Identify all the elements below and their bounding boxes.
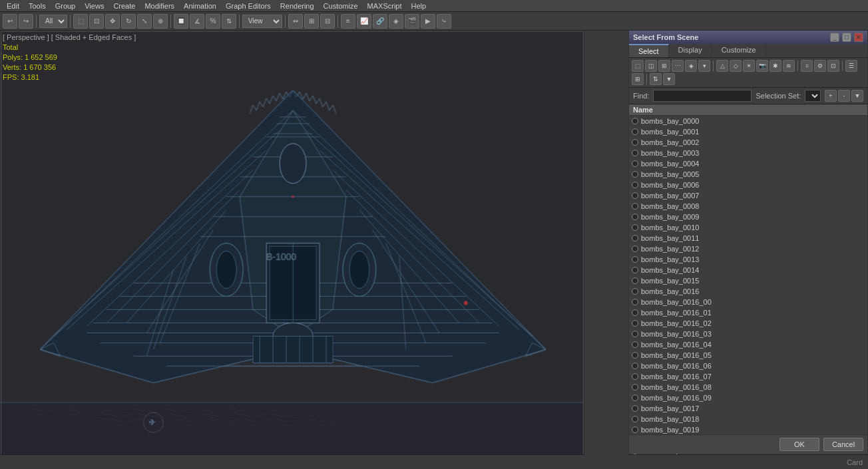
list-item[interactable]: bombs_bay_0011 [629, 233, 867, 243]
list-item[interactable]: bombs_bay_0007 [629, 190, 867, 201]
list-item[interactable]: bombs_bay_0013 [629, 254, 867, 265]
menu-tools[interactable]: Tools [25, 0, 50, 12]
panel-titlebar[interactable]: Select From Scene _ □ ✕ [629, 31, 867, 44]
panel-maximize-button[interactable]: □ [842, 33, 851, 42]
select-all-icon[interactable]: ⬚ [632, 60, 644, 72]
list-item[interactable]: bombs_bay_0016_09 [629, 392, 867, 403]
render-button[interactable]: ▶ [421, 14, 435, 29]
rotate-button[interactable]: ↻ [121, 14, 136, 29]
schematic-view[interactable]: 🔗 [373, 14, 387, 29]
list-item[interactable]: bombs_bay_0000 [629, 116, 867, 126]
list-item[interactable]: bombs_bay_0015 [629, 275, 867, 286]
render-setup[interactable]: 🎬 [405, 14, 419, 29]
group-filter-icon[interactable]: ⊡ [827, 60, 839, 72]
list-item[interactable]: bombs_bay_0016_03 [629, 329, 867, 339]
select-region-button[interactable]: ⊡ [89, 14, 104, 29]
spinner-snap[interactable]: ⇅ [222, 14, 236, 29]
panel-close-button[interactable]: ✕ [854, 33, 863, 42]
redo-button[interactable]: ↪ [19, 14, 33, 29]
menu-maxscript[interactable]: MAXScript [363, 0, 406, 12]
list-item[interactable]: bombs_bay_0016_02 [629, 318, 867, 329]
list-item[interactable]: bombs_bay_0014 [629, 265, 867, 275]
list-item[interactable]: bombs_bay_0016_05 [629, 350, 867, 361]
bone-filter-icon[interactable]: ⌗ [801, 60, 813, 72]
menu-rendering[interactable]: Rendering [276, 0, 318, 12]
reference-button[interactable]: ⊕ [153, 14, 168, 29]
list-item[interactable]: bombs_bay_0016_07 [629, 371, 867, 382]
align-view-button[interactable]: ⊟ [320, 14, 335, 29]
select-object-button[interactable]: ⬚ [73, 14, 88, 29]
list-item[interactable]: bombs_bay_0016 [629, 286, 867, 297]
tab-customize[interactable]: Customize [712, 44, 766, 57]
select-influence-icon[interactable]: ◈ [685, 60, 697, 72]
ik-filter-icon[interactable]: ⚙ [814, 60, 826, 72]
percent-snap[interactable]: % [206, 14, 220, 29]
list-item[interactable]: bombs_bay_0004 [629, 158, 867, 169]
undo-button[interactable]: ↩ [3, 14, 17, 29]
camera-filter-icon[interactable]: 📷 [756, 60, 768, 72]
invert-selection-icon[interactable]: ⊞ [658, 60, 670, 72]
list-item[interactable]: bombs_bay_0010 [629, 222, 867, 233]
curve-editor[interactable]: 📈 [357, 14, 371, 29]
menu-graph-editors[interactable]: Graph Editors [222, 0, 275, 12]
scene-object-list[interactable]: bombs_bay_0000bombs_bay_0001bombs_bay_00… [629, 116, 867, 462]
list-item[interactable]: bombs_bay_0009 [629, 212, 867, 222]
list-item[interactable]: bombs_bay_0016_01 [629, 307, 867, 318]
list-item[interactable]: bombs_bay_0012 [629, 243, 867, 254]
select-subtree-icon[interactable]: ▾ [698, 60, 710, 72]
mirror-button[interactable]: ⇔ [288, 14, 303, 29]
menu-edit[interactable]: Edit [3, 0, 23, 12]
find-input[interactable] [653, 90, 752, 102]
menu-create[interactable]: Create [109, 0, 139, 12]
list-item[interactable]: bombs_bay_0002 [629, 137, 867, 148]
scale-button[interactable]: ⤡ [137, 14, 152, 29]
menu-animation[interactable]: Animation [180, 0, 220, 12]
sort-icon[interactable]: ⇅ [650, 73, 662, 85]
select-none-icon[interactable]: ◫ [645, 60, 657, 72]
menu-modifiers[interactable]: Modifiers [140, 0, 178, 12]
list-item[interactable]: bombs_bay_0016_04 [629, 339, 867, 350]
list-item[interactable]: bombs_bay_0005 [629, 169, 867, 180]
panel-minimize-button[interactable]: _ [830, 33, 839, 42]
spacewarp-filter-icon[interactable]: ≋ [783, 60, 795, 72]
list-item[interactable]: bombs_bay_0016_00 [629, 297, 867, 307]
tab-select[interactable]: Select [629, 44, 669, 57]
list-item[interactable]: bombs_bay_0001 [629, 126, 867, 137]
list-item[interactable]: bombs_bay_0016_06 [629, 361, 867, 371]
sel-set-add-button[interactable]: + [825, 90, 837, 102]
layer-manager[interactable]: ≡ [341, 14, 355, 29]
render-last[interactable]: ⤷ [437, 14, 451, 29]
list-item[interactable]: bombs_bay_0016_08 [629, 382, 867, 392]
list-item[interactable]: bombs_bay_0019 [629, 424, 867, 435]
menu-help[interactable]: Help [407, 0, 431, 12]
sel-set-remove-button[interactable]: - [838, 90, 850, 102]
tab-display[interactable]: Display [669, 44, 712, 57]
move-button[interactable]: ✥ [105, 14, 120, 29]
list-item[interactable]: bombs_bay_0008 [629, 201, 867, 212]
light-filter-icon[interactable]: ☀ [743, 60, 755, 72]
menu-group[interactable]: Group [51, 0, 80, 12]
menu-customize[interactable]: Customize [320, 0, 362, 12]
list-item[interactable]: bombs_bay_0018 [629, 414, 867, 424]
list-view-icon[interactable]: ☰ [845, 60, 857, 72]
selection-set-dropdown[interactable] [805, 90, 821, 102]
viewport-area[interactable]: [ Perspective ] [ Shaded + Edged Faces ]… [0, 31, 584, 469]
menu-views[interactable]: Views [81, 0, 108, 12]
list-item[interactable]: bombs_bay_0017 [629, 403, 867, 414]
angle-snap[interactable]: ∡ [190, 14, 204, 29]
helper-filter-icon[interactable]: ✱ [769, 60, 781, 72]
list-item[interactable]: bombs_bay_0006 [629, 180, 867, 190]
geometry-filter-icon[interactable]: △ [716, 60, 728, 72]
cancel-button[interactable]: Cancel [823, 438, 863, 451]
ok-button[interactable]: OK [779, 438, 819, 451]
shape-filter-icon[interactable]: ◇ [730, 60, 742, 72]
filter-icon[interactable]: ▼ [663, 73, 675, 85]
view-dropdown[interactable]: View [242, 15, 282, 28]
align-button[interactable]: ⊞ [304, 14, 319, 29]
selection-filter-dropdown[interactable]: All [39, 15, 67, 28]
material-editor[interactable]: ◈ [389, 14, 403, 29]
snap-toggle[interactable]: 🔲 [174, 14, 188, 29]
sel-set-options-button[interactable]: ▼ [851, 90, 863, 102]
select-children-icon[interactable]: ⋯ [672, 60, 684, 72]
hierarchy-view-icon[interactable]: ⊞ [632, 73, 644, 85]
